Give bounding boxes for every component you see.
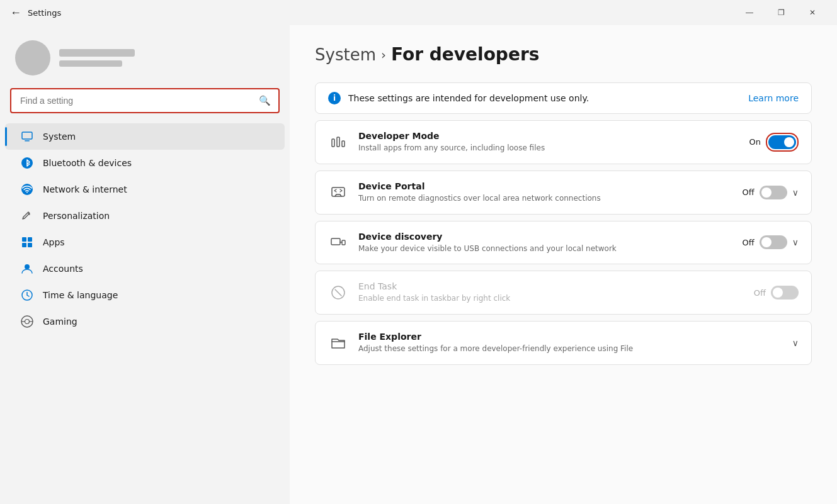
device-portal-toggle[interactable] (760, 186, 787, 199)
device-discovery-chevron[interactable]: ∨ (792, 237, 799, 247)
app-body: 🔍 System (0, 25, 837, 504)
file-explorer-text: File Explorer Adjust these settings for … (358, 332, 782, 354)
svg-rect-15 (332, 139, 334, 147)
sidebar-label-accounts: Accounts (43, 264, 83, 274)
device-portal-chevron[interactable]: ∨ (792, 188, 799, 198)
sidebar-label-gaming: Gaming (43, 316, 77, 327)
device-discovery-control: Off ∨ (743, 235, 799, 249)
titlebar-left: ← Settings (10, 6, 61, 20)
titlebar-title: Settings (28, 8, 61, 18)
svg-rect-0 (22, 132, 32, 139)
sidebar-nav: System Bluetooth & devices (0, 123, 290, 494)
svg-line-22 (335, 289, 341, 296)
sidebar-item-time[interactable]: Time & language (5, 282, 285, 308)
file-explorer-desc: Adjust these settings for a more develop… (358, 344, 782, 354)
minimize-button[interactable]: — (735, 3, 764, 23)
setting-card-device-discovery: Device discovery Make your device visibl… (315, 221, 812, 265)
search-box[interactable]: 🔍 (10, 88, 280, 113)
titlebar: ← Settings — ❐ ✕ (0, 0, 837, 25)
sidebar-label-network: Network & internet (43, 184, 127, 194)
device-portal-desc: Turn on remote diagnostics over local ar… (358, 193, 732, 204)
end-task-toggle-thumb (773, 288, 783, 298)
file-explorer-chevron[interactable]: ∨ (792, 338, 799, 348)
system-icon (20, 130, 34, 143)
developer-mode-toggle-highlight (766, 133, 799, 152)
developer-mode-toggle[interactable] (768, 135, 796, 149)
end-task-icon (328, 283, 348, 303)
setting-card-end-task: End Task Enable end task in taskbar by r… (315, 271, 812, 315)
device-portal-control: Off ∨ (743, 186, 799, 199)
sidebar-label-system: System (43, 132, 76, 142)
user-profile (0, 35, 290, 88)
time-icon (20, 288, 34, 302)
titlebar-controls: — ❐ ✕ (735, 3, 827, 23)
info-text: These settings are intended for developm… (348, 93, 589, 103)
sidebar-item-accounts[interactable]: Accounts (5, 255, 285, 282)
search-input[interactable] (11, 89, 278, 112)
bluetooth-icon (20, 156, 34, 170)
breadcrumb-parent: System (315, 45, 376, 64)
device-portal-icon (328, 182, 348, 203)
device-discovery-desc: Make your device visible to USB connecti… (358, 244, 732, 254)
back-button[interactable]: ← (10, 6, 21, 20)
user-name-bar (59, 49, 135, 57)
setting-card-developer-mode: Developer Mode Install apps from any sou… (315, 120, 812, 164)
end-task-title: End Task (358, 281, 744, 291)
device-discovery-toggle-label: Off (743, 238, 754, 247)
developer-mode-text: Developer Mode Install apps from any sou… (358, 131, 739, 154)
sidebar-label-apps: Apps (43, 237, 65, 247)
developer-mode-control: On (749, 133, 799, 152)
device-discovery-icon (328, 232, 348, 252)
info-banner: i These settings are intended for develo… (315, 82, 812, 114)
setting-card-device-portal: Device Portal Turn on remote diagnostics… (315, 171, 812, 215)
file-explorer-control: ∨ (792, 338, 799, 348)
user-sub-bar (59, 60, 122, 67)
svg-rect-1 (25, 140, 30, 142)
device-discovery-text: Device discovery Make your device visibl… (358, 232, 732, 254)
device-portal-toggle-thumb (761, 188, 772, 198)
user-info (59, 49, 135, 67)
breadcrumb-child: For developers (391, 44, 539, 65)
file-explorer-title: File Explorer (358, 332, 782, 342)
svg-rect-6 (28, 237, 32, 242)
content-area: System › For developers i These settings… (290, 25, 837, 504)
device-portal-toggle-label: Off (743, 188, 754, 197)
developer-mode-title: Developer Mode (358, 131, 739, 141)
sidebar-label-bluetooth: Bluetooth & devices (43, 158, 132, 168)
svg-rect-5 (22, 237, 26, 242)
personalization-icon (20, 209, 34, 223)
learn-more-link[interactable]: Learn more (748, 93, 799, 103)
developer-mode-toggle-label: On (749, 137, 761, 147)
breadcrumb-arrow: › (381, 47, 386, 62)
sidebar-item-personalization[interactable]: Personalization (5, 203, 285, 229)
sidebar-item-bluetooth[interactable]: Bluetooth & devices (5, 150, 285, 176)
apps-icon (20, 235, 34, 249)
breadcrumb: System › For developers (315, 44, 812, 65)
developer-mode-icon (328, 132, 348, 152)
device-discovery-toggle[interactable] (760, 235, 787, 249)
setting-card-file-explorer: File Explorer Adjust these settings for … (315, 321, 812, 365)
info-icon: i (328, 92, 341, 104)
search-icon: 🔍 (259, 95, 271, 106)
sidebar-item-apps[interactable]: Apps (5, 229, 285, 255)
sidebar-item-gaming[interactable]: Gaming (5, 308, 285, 335)
svg-point-4 (26, 192, 28, 193)
developer-mode-toggle-thumb (784, 137, 794, 147)
end-task-toggle[interactable] (771, 286, 799, 300)
svg-rect-19 (331, 238, 340, 245)
sidebar-item-network[interactable]: Network & internet (5, 176, 285, 203)
svg-rect-7 (22, 243, 26, 247)
svg-point-9 (25, 264, 30, 269)
sidebar-item-system[interactable]: System (5, 123, 285, 150)
end-task-text: End Task Enable end task in taskbar by r… (358, 281, 744, 304)
maximize-button[interactable]: ❐ (766, 3, 795, 23)
info-banner-left: i These settings are intended for develo… (328, 92, 589, 104)
sidebar-label-personalization: Personalization (43, 211, 110, 221)
close-button[interactable]: ✕ (798, 3, 827, 23)
wifi-icon (20, 182, 34, 196)
device-portal-title: Device Portal (358, 181, 732, 191)
end-task-toggle-label: Off (754, 288, 766, 298)
sidebar-label-time: Time & language (43, 290, 118, 300)
svg-rect-18 (332, 188, 344, 196)
avatar (15, 40, 50, 76)
